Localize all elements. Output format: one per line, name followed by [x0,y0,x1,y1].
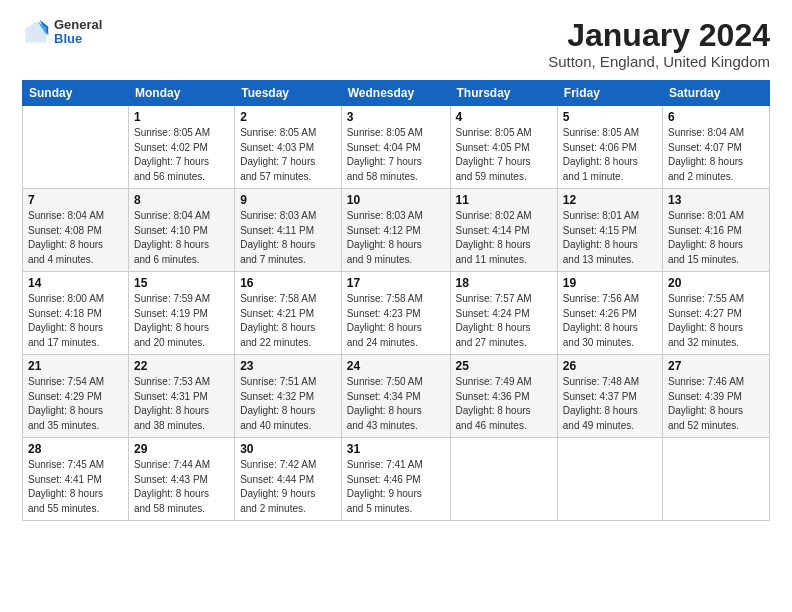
table-row: 23Sunrise: 7:51 AM Sunset: 4:32 PM Dayli… [235,355,342,438]
day-info: Sunrise: 8:02 AM Sunset: 4:14 PM Dayligh… [456,209,552,267]
day-info: Sunrise: 7:56 AM Sunset: 4:26 PM Dayligh… [563,292,657,350]
calendar-header-row: Sunday Monday Tuesday Wednesday Thursday… [23,81,770,106]
day-number: 19 [563,276,657,290]
day-info: Sunrise: 8:03 AM Sunset: 4:11 PM Dayligh… [240,209,336,267]
day-info: Sunrise: 8:05 AM Sunset: 4:04 PM Dayligh… [347,126,445,184]
table-row: 24Sunrise: 7:50 AM Sunset: 4:34 PM Dayli… [341,355,450,438]
day-info: Sunrise: 7:44 AM Sunset: 4:43 PM Dayligh… [134,458,229,516]
day-info: Sunrise: 7:57 AM Sunset: 4:24 PM Dayligh… [456,292,552,350]
day-info: Sunrise: 7:48 AM Sunset: 4:37 PM Dayligh… [563,375,657,433]
day-info: Sunrise: 8:01 AM Sunset: 4:15 PM Dayligh… [563,209,657,267]
day-info: Sunrise: 7:59 AM Sunset: 4:19 PM Dayligh… [134,292,229,350]
day-info: Sunrise: 7:50 AM Sunset: 4:34 PM Dayligh… [347,375,445,433]
day-number: 15 [134,276,229,290]
day-number: 7 [28,193,123,207]
day-number: 30 [240,442,336,456]
week-row-4: 21Sunrise: 7:54 AM Sunset: 4:29 PM Dayli… [23,355,770,438]
table-row: 21Sunrise: 7:54 AM Sunset: 4:29 PM Dayli… [23,355,129,438]
table-row: 19Sunrise: 7:56 AM Sunset: 4:26 PM Dayli… [557,272,662,355]
logo-general-label: General [54,18,102,32]
table-row: 6Sunrise: 8:04 AM Sunset: 4:07 PM Daylig… [662,106,769,189]
day-info: Sunrise: 7:51 AM Sunset: 4:32 PM Dayligh… [240,375,336,433]
logo-icon [22,18,50,46]
week-row-3: 14Sunrise: 8:00 AM Sunset: 4:18 PM Dayli… [23,272,770,355]
day-info: Sunrise: 7:58 AM Sunset: 4:21 PM Dayligh… [240,292,336,350]
col-thursday: Thursday [450,81,557,106]
table-row: 31Sunrise: 7:41 AM Sunset: 4:46 PM Dayli… [341,438,450,521]
day-info: Sunrise: 8:01 AM Sunset: 4:16 PM Dayligh… [668,209,764,267]
day-info: Sunrise: 8:05 AM Sunset: 4:05 PM Dayligh… [456,126,552,184]
day-number: 26 [563,359,657,373]
table-row [662,438,769,521]
day-number: 25 [456,359,552,373]
col-monday: Monday [128,81,234,106]
table-row: 3Sunrise: 8:05 AM Sunset: 4:04 PM Daylig… [341,106,450,189]
table-row: 9Sunrise: 8:03 AM Sunset: 4:11 PM Daylig… [235,189,342,272]
table-row: 28Sunrise: 7:45 AM Sunset: 4:41 PM Dayli… [23,438,129,521]
week-row-5: 28Sunrise: 7:45 AM Sunset: 4:41 PM Dayli… [23,438,770,521]
col-tuesday: Tuesday [235,81,342,106]
day-info: Sunrise: 8:00 AM Sunset: 4:18 PM Dayligh… [28,292,123,350]
day-number: 1 [134,110,229,124]
table-row: 12Sunrise: 8:01 AM Sunset: 4:15 PM Dayli… [557,189,662,272]
table-row: 30Sunrise: 7:42 AM Sunset: 4:44 PM Dayli… [235,438,342,521]
day-number: 4 [456,110,552,124]
day-info: Sunrise: 7:42 AM Sunset: 4:44 PM Dayligh… [240,458,336,516]
day-info: Sunrise: 7:58 AM Sunset: 4:23 PM Dayligh… [347,292,445,350]
table-row: 29Sunrise: 7:44 AM Sunset: 4:43 PM Dayli… [128,438,234,521]
table-row: 22Sunrise: 7:53 AM Sunset: 4:31 PM Dayli… [128,355,234,438]
table-row: 17Sunrise: 7:58 AM Sunset: 4:23 PM Dayli… [341,272,450,355]
logo-text: General Blue [54,18,102,47]
day-number: 3 [347,110,445,124]
col-saturday: Saturday [662,81,769,106]
table-row: 11Sunrise: 8:02 AM Sunset: 4:14 PM Dayli… [450,189,557,272]
table-row: 13Sunrise: 8:01 AM Sunset: 4:16 PM Dayli… [662,189,769,272]
day-number: 6 [668,110,764,124]
day-info: Sunrise: 8:03 AM Sunset: 4:12 PM Dayligh… [347,209,445,267]
col-wednesday: Wednesday [341,81,450,106]
page: General Blue January 2024 Sutton, Englan… [0,0,792,531]
day-number: 2 [240,110,336,124]
day-number: 9 [240,193,336,207]
table-row [450,438,557,521]
day-info: Sunrise: 7:49 AM Sunset: 4:36 PM Dayligh… [456,375,552,433]
table-row: 15Sunrise: 7:59 AM Sunset: 4:19 PM Dayli… [128,272,234,355]
day-info: Sunrise: 8:04 AM Sunset: 4:10 PM Dayligh… [134,209,229,267]
table-row: 14Sunrise: 8:00 AM Sunset: 4:18 PM Dayli… [23,272,129,355]
day-number: 20 [668,276,764,290]
week-row-2: 7Sunrise: 8:04 AM Sunset: 4:08 PM Daylig… [23,189,770,272]
table-row: 27Sunrise: 7:46 AM Sunset: 4:39 PM Dayli… [662,355,769,438]
day-info: Sunrise: 7:41 AM Sunset: 4:46 PM Dayligh… [347,458,445,516]
title-block: January 2024 Sutton, England, United Kin… [548,18,770,70]
day-number: 24 [347,359,445,373]
day-number: 27 [668,359,764,373]
logo-blue-label: Blue [54,32,102,46]
day-number: 10 [347,193,445,207]
table-row [557,438,662,521]
day-info: Sunrise: 7:53 AM Sunset: 4:31 PM Dayligh… [134,375,229,433]
location-label: Sutton, England, United Kingdom [548,53,770,70]
day-info: Sunrise: 8:04 AM Sunset: 4:08 PM Dayligh… [28,209,123,267]
week-row-1: 1Sunrise: 8:05 AM Sunset: 4:02 PM Daylig… [23,106,770,189]
table-row: 18Sunrise: 7:57 AM Sunset: 4:24 PM Dayli… [450,272,557,355]
table-row: 20Sunrise: 7:55 AM Sunset: 4:27 PM Dayli… [662,272,769,355]
table-row: 1Sunrise: 8:05 AM Sunset: 4:02 PM Daylig… [128,106,234,189]
col-friday: Friday [557,81,662,106]
day-info: Sunrise: 7:45 AM Sunset: 4:41 PM Dayligh… [28,458,123,516]
day-number: 31 [347,442,445,456]
day-info: Sunrise: 7:46 AM Sunset: 4:39 PM Dayligh… [668,375,764,433]
table-row: 8Sunrise: 8:04 AM Sunset: 4:10 PM Daylig… [128,189,234,272]
table-row: 25Sunrise: 7:49 AM Sunset: 4:36 PM Dayli… [450,355,557,438]
logo: General Blue [22,18,102,47]
table-row: 5Sunrise: 8:05 AM Sunset: 4:06 PM Daylig… [557,106,662,189]
day-number: 18 [456,276,552,290]
table-row: 7Sunrise: 8:04 AM Sunset: 4:08 PM Daylig… [23,189,129,272]
day-number: 29 [134,442,229,456]
day-number: 5 [563,110,657,124]
table-row: 10Sunrise: 8:03 AM Sunset: 4:12 PM Dayli… [341,189,450,272]
day-number: 23 [240,359,336,373]
day-info: Sunrise: 7:55 AM Sunset: 4:27 PM Dayligh… [668,292,764,350]
day-info: Sunrise: 8:04 AM Sunset: 4:07 PM Dayligh… [668,126,764,184]
day-info: Sunrise: 8:05 AM Sunset: 4:06 PM Dayligh… [563,126,657,184]
day-number: 12 [563,193,657,207]
